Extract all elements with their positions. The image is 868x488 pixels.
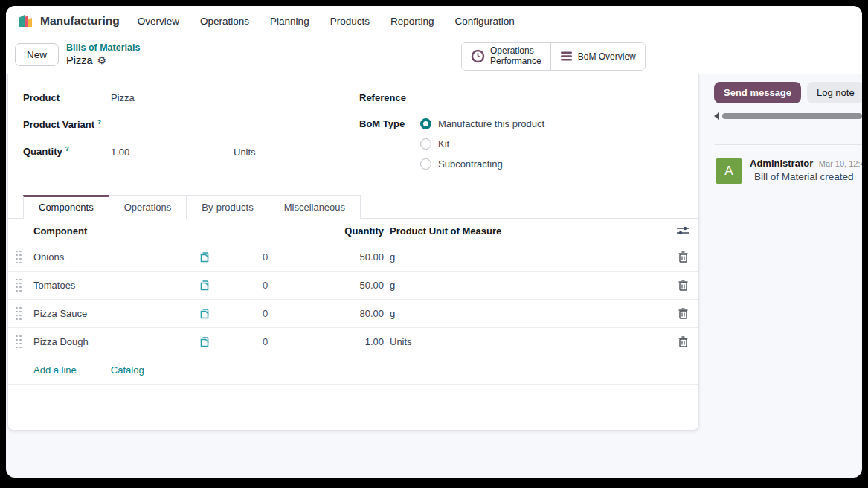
components-table: Component Quantity Product Unit of Measu…: [8, 219, 698, 385]
operations-performance-label-1: Operations: [490, 46, 541, 57]
tab-by-products[interactable]: By-products: [187, 195, 269, 219]
operations-performance-label-2: Performance: [490, 57, 541, 67]
manufacturing-app-icon: [16, 12, 34, 30]
drag-handle-icon[interactable]: [16, 279, 33, 292]
table-row[interactable]: Tomatoes 0 50.00 g: [8, 272, 698, 300]
tab-components[interactable]: Components: [23, 195, 109, 219]
nav-item-planning[interactable]: Planning: [263, 11, 317, 31]
radio-kit[interactable]: Kit: [420, 138, 544, 150]
bom-type-radio-group: Manufacture this product Kit Subcontract…: [420, 118, 544, 170]
table-row[interactable]: Onions 0 50.00 g: [8, 243, 698, 272]
quantity-cell[interactable]: 50.00: [307, 251, 384, 263]
product-variant-label: Product Variant ?: [23, 118, 111, 130]
radio-subcontracting[interactable]: Subcontracting: [420, 158, 544, 170]
app-name: Manufacturing: [40, 14, 120, 28]
table-header-row: Component Quantity Product Unit of Measu…: [8, 219, 698, 243]
reference-label: Reference: [359, 92, 420, 103]
gear-icon[interactable]: ⚙: [97, 55, 106, 65]
uom-cell[interactable]: Units: [384, 336, 667, 347]
chatter-message: A Administrator Mar 10, 12:42 Bill of Ma…: [714, 158, 862, 184]
radio-unselected-icon: [420, 158, 431, 170]
uom-cell[interactable]: g: [384, 308, 667, 319]
scroll-left-icon[interactable]: [714, 112, 719, 120]
breadcrumb-bills-of-materials[interactable]: Bills of Materials: [66, 42, 140, 54]
main-content: Product Pizza Product Variant ? Quantity…: [6, 74, 862, 478]
drag-handle-icon[interactable]: [16, 251, 33, 264]
nav-menu: Overview Operations Planning Products Re…: [127, 11, 525, 31]
chatter-panel: Send message Log note W A Administrator …: [714, 74, 862, 478]
message-timestamp: Mar 10, 12:42: [819, 159, 862, 168]
bom-overview-button[interactable]: BoM Overview: [550, 43, 645, 70]
delete-row-icon[interactable]: [667, 280, 698, 291]
bom-type-label: BoM Type: [359, 118, 420, 129]
table-row[interactable]: Pizza Sauce 0 80.00 g: [8, 300, 698, 328]
open-record-icon[interactable]: [191, 309, 218, 319]
scrollbar-thumb[interactable]: [722, 113, 862, 119]
nav-item-configuration[interactable]: Configuration: [447, 11, 521, 31]
app-window: Manufacturing Overview Operations Planni…: [6, 6, 862, 478]
header-quantity[interactable]: Quantity: [307, 225, 384, 237]
quantity-cell[interactable]: 80.00: [307, 308, 384, 319]
product-label: Product: [23, 92, 111, 103]
chatter-divider: [714, 144, 862, 145]
new-button[interactable]: New: [15, 43, 59, 66]
radio-unselected-icon: [420, 138, 431, 150]
component-cell[interactable]: Tomatoes: [33, 280, 191, 291]
radio-manufacture-this-product[interactable]: Manufacture this product: [420, 118, 544, 129]
nav-item-products[interactable]: Products: [323, 11, 377, 31]
app-menu[interactable]: Manufacturing: [13, 12, 127, 30]
quantity-cell[interactable]: 1.00: [307, 336, 384, 347]
header-component[interactable]: Component: [33, 225, 191, 237]
operations-performance-button[interactable]: Operations Performance: [462, 43, 550, 70]
form-fields: Product Pizza Product Variant ? Quantity…: [8, 74, 698, 184]
forecast-cell: 0: [218, 336, 307, 347]
open-record-icon[interactable]: [191, 280, 218, 291]
delete-row-icon[interactable]: [667, 336, 698, 347]
bom-form-card: Product Pizza Product Variant ? Quantity…: [7, 74, 699, 431]
component-cell[interactable]: Pizza Dough: [33, 336, 191, 347]
clock-icon: [471, 49, 485, 63]
notebook-tabs: Components Operations By-products Miscel…: [8, 195, 698, 219]
component-cell[interactable]: Onions: [33, 251, 191, 263]
breadcrumb: Bills of Materials Pizza ⚙: [66, 42, 140, 68]
message-author[interactable]: Administrator: [750, 158, 813, 169]
table-row[interactable]: Pizza Dough 0 1.00 Units: [8, 328, 698, 356]
nav-item-reporting[interactable]: Reporting: [383, 11, 442, 31]
quantity-label: Quantity ?: [23, 145, 111, 157]
list-icon: [560, 51, 573, 62]
component-cell[interactable]: Pizza Sauce: [33, 308, 191, 319]
uom-cell[interactable]: g: [384, 251, 667, 263]
product-field[interactable]: Pizza: [111, 92, 135, 103]
open-record-icon[interactable]: [191, 252, 218, 263]
send-message-button[interactable]: Send message: [714, 82, 801, 103]
delete-row-icon[interactable]: [667, 308, 698, 319]
quantity-uom-field[interactable]: Units: [234, 147, 256, 158]
top-navbar: Manufacturing Overview Operations Planni…: [6, 6, 862, 36]
catalog-link[interactable]: Catalog: [111, 365, 144, 376]
control-panel: New Bills of Materials Pizza ⚙ Operation…: [6, 36, 862, 74]
forecast-cell: 0: [218, 251, 307, 263]
delete-row-icon[interactable]: [667, 251, 698, 263]
tab-miscellaneous[interactable]: Miscellaneous: [269, 195, 361, 219]
drag-handle-icon[interactable]: [16, 307, 33, 321]
optional-columns-icon[interactable]: [667, 225, 698, 236]
quantity-field[interactable]: 1.00: [111, 147, 234, 158]
log-note-button[interactable]: Log note: [807, 82, 862, 103]
open-record-icon[interactable]: [191, 337, 218, 347]
breadcrumb-current-record: Pizza: [66, 54, 92, 67]
tab-operations[interactable]: Operations: [109, 195, 187, 219]
forecast-cell: 0: [218, 280, 307, 291]
drag-handle-icon[interactable]: [16, 336, 33, 349]
avatar[interactable]: A: [716, 158, 742, 184]
bom-overview-label: BoM Overview: [578, 51, 636, 62]
uom-cell[interactable]: g: [384, 280, 667, 291]
chatter-scrollbar[interactable]: [714, 112, 862, 120]
add-a-line-link[interactable]: Add a line: [33, 365, 77, 376]
nav-item-overview[interactable]: Overview: [130, 11, 187, 31]
stat-button-group: Operations Performance BoM Overview: [461, 42, 646, 71]
header-uom[interactable]: Product Unit of Measure: [384, 225, 667, 237]
chatter-buttons: Send message Log note W: [714, 82, 862, 103]
radio-selected-icon: [420, 118, 431, 129]
quantity-cell[interactable]: 50.00: [307, 280, 384, 291]
nav-item-operations[interactable]: Operations: [193, 11, 257, 31]
